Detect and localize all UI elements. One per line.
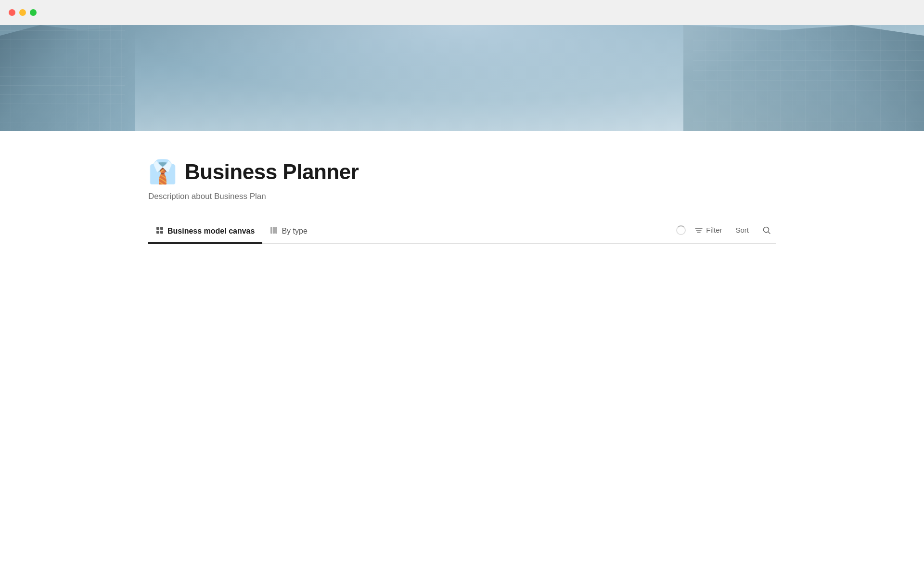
- toolbar-right: Filter Sort: [676, 223, 776, 241]
- page-title: Business Planner: [185, 160, 359, 184]
- svg-rect-4: [270, 227, 272, 234]
- tabs-container: Business model canvas By type: [148, 221, 676, 243]
- svg-rect-0: [156, 227, 159, 230]
- filter-button[interactable]: Filter: [690, 223, 727, 237]
- grid-icon: [156, 226, 164, 236]
- page-description: Description about Business Plan: [148, 192, 776, 201]
- svg-rect-3: [160, 231, 163, 234]
- minimize-button[interactable]: [19, 9, 26, 16]
- loading-spinner: [676, 225, 686, 235]
- sky-overlay: [0, 25, 924, 131]
- sort-button[interactable]: Sort: [731, 223, 754, 237]
- content-area: 👔 Business Planner Description about Bus…: [0, 131, 924, 244]
- svg-rect-5: [273, 227, 275, 234]
- hero-image: [0, 25, 924, 131]
- page-icon: 👔: [148, 160, 177, 184]
- sort-label: Sort: [735, 226, 749, 234]
- tab-business-model-canvas[interactable]: Business model canvas: [148, 221, 262, 244]
- tab-label: By type: [282, 227, 307, 236]
- tab-by-type[interactable]: By type: [262, 221, 315, 244]
- page-content: 👔 Business Planner Description about Bus…: [77, 160, 847, 244]
- svg-point-10: [764, 227, 769, 232]
- columns-icon: [270, 226, 278, 236]
- svg-rect-1: [160, 227, 163, 230]
- title-bar: [0, 0, 924, 25]
- close-button[interactable]: [9, 9, 15, 16]
- svg-line-11: [769, 232, 770, 234]
- maximize-button[interactable]: [30, 9, 37, 16]
- page-header: 👔 Business Planner: [148, 160, 776, 184]
- tabs-bar: Business model canvas By type: [148, 221, 776, 244]
- filter-label: Filter: [706, 226, 722, 234]
- filter-icon: [694, 226, 703, 235]
- tab-label: Business model canvas: [167, 227, 255, 236]
- search-button[interactable]: [757, 223, 776, 237]
- svg-rect-2: [156, 231, 159, 234]
- svg-rect-6: [275, 227, 277, 234]
- search-icon: [762, 226, 771, 235]
